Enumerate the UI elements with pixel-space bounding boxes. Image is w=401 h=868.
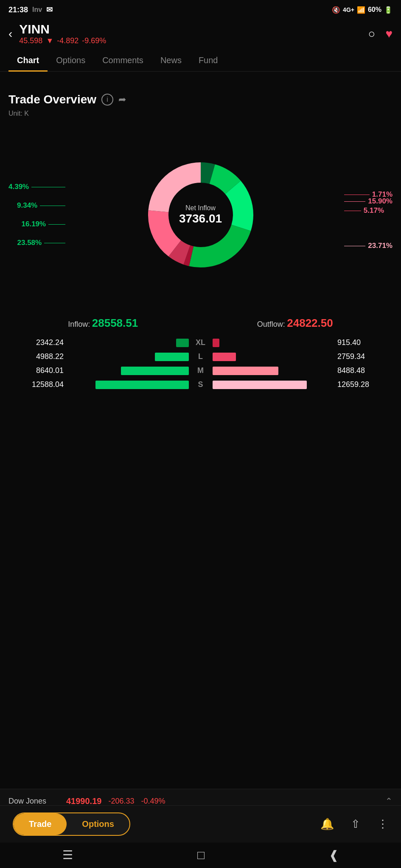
system-nav: ☰ □ ❰ (0, 844, 401, 868)
trade-options-group: Trade Options (13, 812, 130, 836)
label-9-34: 9.34% (17, 201, 65, 210)
stock-price-row: 45.598 ▼ -4.892 -9.69% (19, 36, 106, 45)
tab-chart[interactable]: Chart (8, 50, 48, 71)
donut-center: Net Inflow 3736.01 (179, 204, 222, 225)
bar-visual-left-l (67, 353, 189, 361)
info-button[interactable]: i (101, 94, 113, 106)
outflow-item: Outflow: 24822.50 (257, 317, 333, 330)
more-button[interactable]: ⋮ (377, 818, 388, 831)
bar-visual-left-s (67, 381, 189, 389)
tab-comments[interactable]: Comments (94, 50, 152, 71)
share-nav-button[interactable]: ⇧ (351, 818, 360, 831)
bar-right-value-xl: 915.40 (337, 338, 388, 347)
bar-left-value-l: 4988.22 (13, 352, 64, 361)
ticker-name: Dow Jones (8, 797, 59, 806)
options-button[interactable]: Options (67, 813, 129, 835)
nav-icons: 🔔 ⇧ ⋮ (320, 818, 388, 831)
stock-price: 45.598 (19, 36, 42, 45)
status-app: Inv (32, 6, 42, 14)
bar-left-value-xl: 2342.24 (13, 338, 64, 347)
bar-fill-s-left (95, 381, 189, 389)
stock-symbol: YINN (19, 22, 106, 36)
bar-size-xl: XL (192, 338, 209, 347)
bar-fill-m-left (121, 367, 189, 375)
status-time: 21:38 (8, 6, 28, 14)
bar-visual-left-xl (67, 339, 189, 347)
outflow-value: 24822.50 (287, 317, 333, 329)
bar-row-m: 8640.01 M 8488.48 (13, 366, 388, 375)
price-arrow-icon: ▼ (46, 36, 53, 45)
label-15-90: 15.90% (344, 197, 393, 206)
bar-fill-s-right (213, 381, 307, 389)
bar-rows: 2342.24 XL 915.40 4988.22 L 2759.34 8640 (8, 338, 393, 389)
tab-options[interactable]: Options (48, 50, 94, 71)
inflow-value: 28558.51 (92, 317, 138, 329)
bar-visual-right-m (213, 367, 334, 375)
recent-apps-button[interactable]: ☰ (62, 848, 73, 862)
ticker-pct: -0.49% (141, 797, 165, 806)
inflow-label: Inflow: (68, 320, 90, 328)
price-change: -4.892 (57, 36, 79, 45)
bar-fill-l-right (213, 353, 236, 361)
favorite-button[interactable]: ♥ (385, 27, 393, 41)
bar-right-value-s: 12659.28 (337, 380, 388, 389)
ticker-change: -206.33 (108, 797, 134, 806)
battery-level: 60% (368, 6, 381, 14)
bar-visual-right-xl (213, 339, 334, 347)
chevron-up-icon[interactable]: ⌃ (385, 796, 393, 806)
main-content: Trade Overview i ➦ Unit: K 4.39% 9.34% 1… (0, 72, 401, 521)
bar-size-s: S (192, 380, 209, 389)
back-nav-button[interactable]: ❰ (329, 848, 339, 862)
flow-summary: Inflow: 28558.51 Outflow: 24822.50 (8, 317, 393, 330)
trade-button[interactable]: Trade (14, 813, 67, 835)
bar-size-l: L (192, 352, 209, 361)
label-23-58: 23.58% (17, 239, 66, 247)
mail-icon: ✉ (46, 5, 53, 14)
wifi-bars-icon: 📶 (357, 6, 365, 14)
trade-overview-title: Trade Overview (8, 93, 96, 106)
bar-row-s: 12588.04 S 12659.28 (13, 380, 388, 389)
unit-label: Unit: K (8, 110, 393, 117)
bar-fill-l-left (155, 353, 189, 361)
bar-fill-xl-right (213, 339, 219, 347)
bar-right-value-m: 8488.48 (337, 366, 388, 375)
mute-icon: 🔇 (332, 6, 340, 14)
battery-icon: 🔋 (384, 6, 393, 14)
tab-news[interactable]: News (152, 50, 190, 71)
ticker-price: 41990.19 (66, 796, 101, 806)
donut-chart: Net Inflow 3736.01 (137, 151, 264, 278)
tab-bar: Chart Options Comments News Fund (0, 50, 401, 72)
bar-left-value-m: 8640.01 (13, 366, 64, 375)
tab-fund[interactable]: Fund (190, 50, 227, 71)
bar-visual-right-s (213, 381, 334, 389)
alert-button[interactable]: 🔔 (320, 818, 334, 831)
bar-fill-m-right (213, 367, 278, 375)
trade-overview-header: Trade Overview i ➦ (8, 93, 393, 106)
bar-row-xl: 2342.24 XL 915.40 (13, 338, 388, 347)
bar-visual-right-l (213, 353, 334, 361)
label-4-39: 4.39% (8, 183, 65, 191)
bar-size-m: M (192, 366, 209, 375)
donut-chart-area: 4.39% 9.34% 16.19% 23.58% (8, 126, 393, 304)
bar-visual-left-m (67, 367, 189, 375)
share-button[interactable]: ➦ (118, 94, 126, 105)
header-icons: ○ ♥ (368, 27, 393, 41)
signal-icon: 4G+ (343, 6, 354, 13)
status-left: 21:38 Inv ✉ (8, 5, 53, 14)
header-left: ‹ YINN 45.598 ▼ -4.892 -9.69% (8, 22, 106, 45)
bar-left-value-s: 12588.04 (13, 380, 64, 389)
home-button[interactable]: □ (197, 849, 205, 862)
back-button[interactable]: ‹ (8, 28, 12, 40)
outflow-label: Outflow: (257, 320, 285, 328)
net-inflow-value: 3736.01 (179, 212, 222, 225)
label-5-17: 5.17% (344, 206, 384, 215)
price-change-pct: -9.69% (82, 36, 106, 45)
label-16-19: 16.19% (22, 220, 66, 228)
inflow-item: Inflow: 28558.51 (68, 317, 138, 330)
status-bar: 21:38 Inv ✉ 🔇 4G+ 📶 60% 🔋 (0, 0, 401, 18)
net-inflow-label: Net Inflow (179, 204, 222, 212)
bottom-nav: Trade Options 🔔 ⇧ ⋮ (0, 805, 401, 843)
stock-header: ‹ YINN 45.598 ▼ -4.892 -9.69% ○ ♥ (0, 18, 401, 50)
stock-info: YINN 45.598 ▼ -4.892 -9.69% (19, 22, 106, 45)
search-button[interactable]: ○ (368, 27, 375, 41)
